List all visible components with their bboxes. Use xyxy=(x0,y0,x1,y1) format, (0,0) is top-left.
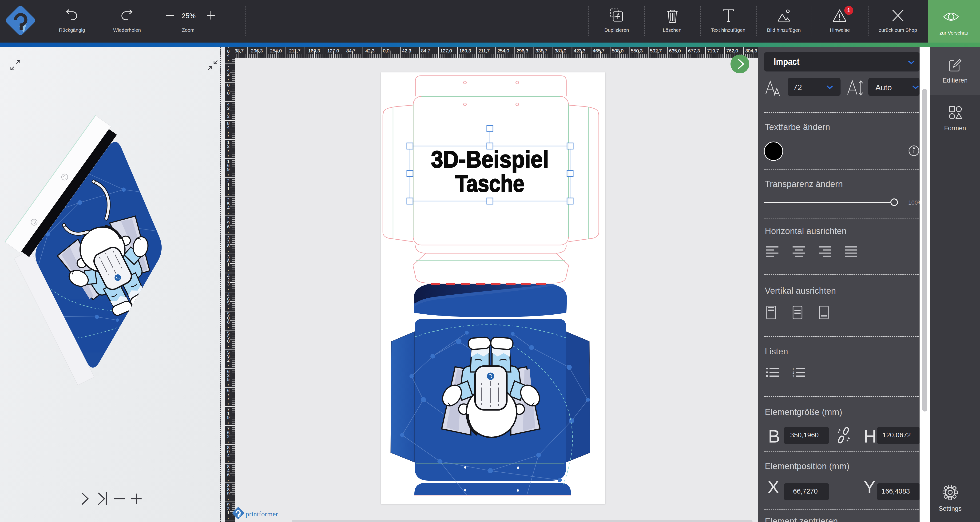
svg-text:3: 3 xyxy=(227,114,230,119)
svg-text:550,3: 550,3 xyxy=(631,48,643,53)
svg-text:-296,3: -296,3 xyxy=(249,48,263,53)
svg-text:169,3: 169,3 xyxy=(459,48,471,53)
svg-text:211,7: 211,7 xyxy=(478,48,490,53)
svg-text:84,7: 84,7 xyxy=(421,48,430,53)
svg-text:-211,7: -211,7 xyxy=(288,48,301,53)
svg-text:-127,0: -127,0 xyxy=(326,48,339,53)
svg-text:,: , xyxy=(228,171,229,176)
svg-text:-84,7: -84,7 xyxy=(345,48,355,53)
svg-text:762,0: 762,0 xyxy=(726,48,738,53)
svg-text:,: , xyxy=(228,342,229,347)
svg-text:,: , xyxy=(228,152,229,157)
svg-text:3D-Beispiel: 3D-Beispiel xyxy=(431,146,549,172)
svg-text:-338,7: -338,7 xyxy=(234,48,243,53)
svg-text:465,7: 465,7 xyxy=(593,48,605,53)
svg-text:Tasche: Tasche xyxy=(455,170,525,197)
svg-text:3: 3 xyxy=(792,375,794,378)
svg-text:677,3: 677,3 xyxy=(688,48,700,53)
svg-text:,: , xyxy=(228,57,229,62)
svg-text:7: 7 xyxy=(227,133,230,138)
svg-text:0,0: 0,0 xyxy=(383,48,390,53)
svg-text:338,7: 338,7 xyxy=(536,48,547,53)
svg-text:0: 0 xyxy=(227,91,230,96)
svg-text:254,0: 254,0 xyxy=(497,48,509,53)
svg-text:,: , xyxy=(228,438,229,443)
svg-text:,: , xyxy=(228,323,229,328)
svg-text:,: , xyxy=(228,304,229,309)
svg-text:42,3: 42,3 xyxy=(402,48,411,53)
svg-text:,: , xyxy=(228,285,229,290)
svg-text:,: , xyxy=(228,400,229,405)
svg-text:,: , xyxy=(228,247,229,252)
svg-text:2: 2 xyxy=(792,371,794,374)
svg-text:,: , xyxy=(228,228,229,233)
svg-text:719,7: 719,7 xyxy=(707,48,719,53)
svg-text:-42,3: -42,3 xyxy=(364,48,374,53)
svg-text:508,0: 508,0 xyxy=(612,48,624,53)
svg-text:127,0: 127,0 xyxy=(440,48,452,53)
svg-text:,: , xyxy=(228,381,229,386)
svg-text:381,0: 381,0 xyxy=(555,48,566,53)
svg-text:,: , xyxy=(228,362,229,366)
svg-text:,: , xyxy=(228,419,229,424)
svg-text:,: , xyxy=(228,514,229,519)
svg-text:,: , xyxy=(228,457,229,462)
svg-text:1: 1 xyxy=(792,367,794,371)
svg-text:804,3: 804,3 xyxy=(745,48,757,53)
svg-text:,: , xyxy=(228,495,229,500)
svg-text:296,3: 296,3 xyxy=(517,48,528,53)
svg-text:,: , xyxy=(228,76,229,81)
svg-text:,: , xyxy=(228,209,229,214)
svg-text:423,3: 423,3 xyxy=(574,48,585,53)
svg-text:printformer: printformer xyxy=(245,510,278,518)
svg-text:592,7: 592,7 xyxy=(650,48,662,53)
svg-text:,: , xyxy=(228,476,229,481)
svg-text:635,0: 635,0 xyxy=(669,48,681,53)
svg-text:,: , xyxy=(228,190,229,195)
svg-text:-169,3: -169,3 xyxy=(307,48,320,53)
svg-text:-254,0: -254,0 xyxy=(268,48,282,53)
svg-text:,: , xyxy=(228,266,229,271)
